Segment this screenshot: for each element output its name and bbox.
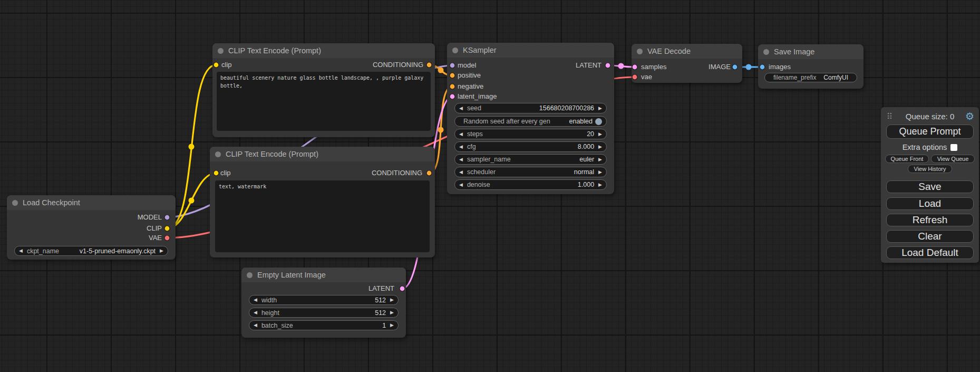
increment-arrow-icon[interactable]: ▶ [598,106,602,111]
output-slot-latent: LATENT [576,61,601,70]
output-slot-latent: LATENT [368,284,394,293]
link-midpoint-dot[interactable] [618,63,624,69]
link-midpoint-dot[interactable] [189,144,195,150]
increment-arrow-icon[interactable]: ▶ [598,145,602,149]
collapse-dot-icon[interactable] [637,49,643,54]
widget-height[interactable]: ◀ height 512 ▶ [249,308,399,318]
widget-seed[interactable]: ◀ seed 156680208700286 ▶ [454,103,607,113]
node-load-checkpoint[interactable]: Load Checkpoint MODEL CLIP VAE ◀ ckpt_na… [7,195,176,260]
widget-label: scheduler [467,168,570,176]
clear-button[interactable]: Clear [886,230,974,243]
decrement-arrow-icon[interactable]: ◀ [459,157,463,162]
link-midpoint-dot[interactable] [189,198,195,204]
widget-steps[interactable]: ◀ steps 20 ▶ [454,129,607,139]
collapse-dot-icon[interactable] [12,200,18,206]
collapse-dot-icon[interactable] [218,48,224,54]
widget-width[interactable]: ◀ width 512 ▶ [249,295,399,305]
increment-arrow-icon[interactable]: ▶ [390,323,394,328]
widget-batch-size[interactable]: ◀ batch_size 1 ▶ [249,320,399,330]
prompt-textarea[interactable]: beautiful scenery nature glass bottle la… [217,72,431,131]
increment-arrow-icon[interactable]: ▶ [598,183,602,187]
link-midpoint-dot[interactable] [438,127,444,133]
node-title: CLIP Text Encode (Prompt) [226,150,318,158]
save-button[interactable]: Save [886,180,974,193]
node-titlebar[interactable]: Load Checkpoint [7,195,176,210]
input-slot-samples: samples [641,62,666,72]
decrement-arrow-icon[interactable]: ◀ [459,106,463,111]
node-title: Empty Latent Image [257,271,326,279]
settings-gear-icon[interactable]: ⚙ [965,111,974,122]
node-titlebar[interactable]: Save Image [758,44,863,59]
node-titlebar[interactable]: Empty Latent Image [241,268,406,282]
toggle-circle-icon[interactable] [595,118,602,125]
input-slot-images: images [769,62,791,72]
collapse-dot-icon[interactable] [452,47,458,53]
widget-label: cfg [467,143,574,150]
extra-options-checkbox[interactable] [950,144,957,151]
view-queue-button[interactable]: View Queue [931,155,975,163]
widget-sampler-name[interactable]: ◀ sampler_name euler ▶ [454,154,607,165]
decrement-arrow-icon[interactable]: ◀ [19,249,23,253]
widget-value: 1.000 [578,181,594,188]
increment-arrow-icon[interactable]: ▶ [390,298,394,302]
node-titlebar[interactable]: CLIP Text Encode (Prompt) [212,43,435,58]
widget-value: enabled [569,118,593,125]
node-titlebar[interactable]: CLIP Text Encode (Prompt) [210,147,435,161]
output-slot-model: MODEL [138,213,162,222]
queue-prompt-button[interactable]: Queue Prompt [886,125,974,139]
link-midpoint-dot[interactable] [438,68,444,73]
collapse-dot-icon[interactable] [247,272,253,278]
widget-value: 8.000 [578,143,594,150]
node-vae-decode[interactable]: VAE Decode samples vae IMAGE [632,44,742,83]
node-titlebar[interactable]: KSampler [447,43,614,58]
prompt-textarea[interactable]: text, watermark [215,180,430,252]
node-save-image[interactable]: Save Image images filename_prefix ComfyU… [758,44,863,89]
increment-arrow-icon[interactable]: ▶ [390,310,394,315]
widget-cfg[interactable]: ◀ cfg 8.000 ▶ [454,141,607,152]
collapse-dot-icon[interactable] [215,151,221,157]
decrement-arrow-icon[interactable]: ◀ [459,170,463,175]
widget-scheduler[interactable]: ◀ scheduler normal ▶ [454,167,607,177]
widget-random-seed-toggle[interactable]: Random seed after every gen enabled [454,116,607,127]
input-slot-vae: vae [641,72,652,82]
decrement-arrow-icon[interactable]: ◀ [459,183,463,187]
refresh-button[interactable]: Refresh [886,214,974,226]
input-slot-negative: negative [458,82,483,91]
increment-arrow-icon[interactable]: ▶ [598,132,602,137]
extra-options-row: Extra options [881,143,979,151]
decrement-arrow-icon[interactable]: ◀ [254,323,257,328]
input-slot-clip: clip [221,60,232,70]
widget-value: 20 [587,130,594,138]
queue-front-button[interactable]: Queue Front [885,155,929,163]
load-button[interactable]: Load [886,197,974,210]
node-titlebar[interactable]: VAE Decode [632,44,742,59]
decrement-arrow-icon[interactable]: ◀ [459,132,463,137]
link-midpoint-dot[interactable] [746,64,752,70]
widget-label: denoise [467,181,574,188]
node-empty-latent-image[interactable]: Empty Latent Image LATENT ◀ width 512 ▶ … [241,268,406,338]
increment-arrow-icon[interactable]: ▶ [598,170,602,175]
collapse-dot-icon[interactable] [763,49,769,55]
node-clip-text-encode-negative[interactable]: CLIP Text Encode (Prompt) clip CONDITION… [210,147,435,257]
node-clip-text-encode-positive[interactable]: CLIP Text Encode (Prompt) clip CONDITION… [212,43,435,137]
decrement-arrow-icon[interactable]: ◀ [254,298,257,302]
widget-value: 156680208700286 [539,104,594,112]
widget-ckpt-name[interactable]: ◀ ckpt_name v1-5-pruned-emaonly.ckpt ▶ [14,246,168,256]
widget-label: sampler_name [467,156,575,163]
widget-value: 512 [375,309,386,317]
node-ksampler[interactable]: KSampler model positive negative latent_… [447,43,614,194]
decrement-arrow-icon[interactable]: ◀ [254,310,257,315]
view-history-button[interactable]: View History [908,165,952,173]
widget-label: seed [467,104,535,112]
widget-denoise[interactable]: ◀ denoise 1.000 ▶ [454,179,607,190]
output-slot-conditioning: CONDITIONING [373,60,423,70]
widget-value: v1-5-pruned-emaonly.ckpt [80,247,156,255]
widget-filename-prefix[interactable]: filename_prefix ComfyUI [764,73,857,82]
node-graph-canvas[interactable]: Load Checkpoint MODEL CLIP VAE ◀ ckpt_na… [0,0,980,372]
load-default-button[interactable]: Load Default [886,246,974,259]
increment-arrow-icon[interactable]: ▶ [598,157,602,162]
widget-label: height [261,309,371,317]
increment-arrow-icon[interactable]: ▶ [160,249,163,253]
output-slot-conditioning: CONDITIONING [372,168,422,178]
decrement-arrow-icon[interactable]: ◀ [459,145,463,149]
